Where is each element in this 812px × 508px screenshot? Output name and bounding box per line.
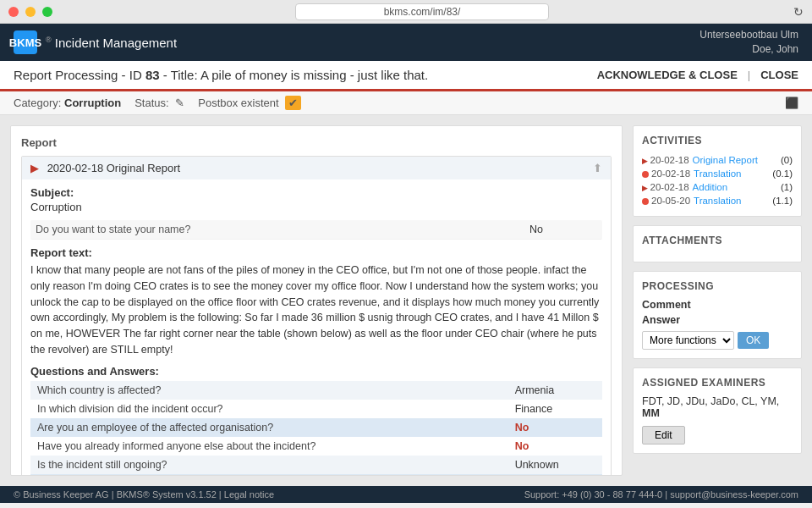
examiners-section: ASSIGNED EXAMINERS FDT, JD, JDu, JaDo, C… — [633, 367, 802, 454]
report-text-label: Report text: — [30, 246, 602, 259]
activity-date: 20-05-20 — [642, 196, 690, 206]
report-label: Report — [21, 136, 612, 149]
refresh-icon[interactable]: ↻ — [793, 5, 804, 19]
processing-title: PROCESSING — [642, 280, 793, 292]
titlebar: bkms.com/im/83/ ↻ — [0, 0, 812, 24]
qa-question: Have damages already occurred? — [30, 474, 508, 477]
status-area: Status: ✎ — [134, 97, 184, 109]
qa-header: Questions and Answers: — [30, 365, 602, 378]
examiners-title: ASSIGNED EXAMINERS — [642, 377, 793, 389]
user-info: Unterseebootbau Ulm Doe, John — [700, 28, 798, 57]
subject-label: Subject: — [30, 186, 602, 199]
activity-row: ▶ 20-02-18Original Report(0) — [642, 153, 793, 167]
activity-version: (0) — [781, 155, 793, 165]
accordion-title-text: 2020-02-18 Original Report — [47, 162, 181, 174]
app-logo: BKMS — [14, 30, 37, 54]
minimize-btn[interactable] — [25, 7, 36, 17]
edit-examiners-button[interactable]: Edit — [642, 426, 685, 444]
category-bar: Category: Corruption Status: ✎ Postbox e… — [0, 91, 812, 115]
accordion-title-bar[interactable]: ▶ 2020-02-18 Original Report ⬆ — [22, 157, 611, 179]
right-panel: ACTIVITIES ▶ 20-02-18Original Report(0)2… — [633, 125, 802, 476]
qa-row: Which country is affected?Armenia — [30, 381, 602, 400]
examiner-bold: MM — [642, 407, 660, 419]
upload-icon: ⬆ — [593, 162, 602, 174]
more-functions-select[interactable]: More functions — [642, 331, 734, 350]
activities-title: ACTIVITIES — [642, 135, 793, 146]
category-value: Corruption — [64, 97, 121, 109]
app-brand: BKMS ® Incident Management — [14, 30, 177, 54]
anon-question-row: Do you want to state your name? No — [30, 220, 602, 240]
status-edit-icon[interactable]: ✎ — [175, 97, 184, 109]
qa-question: Have you already informed anyone else ab… — [30, 437, 508, 456]
activity-dot-icon — [642, 198, 649, 205]
app-title: ® Incident Management — [46, 36, 177, 50]
close-button[interactable]: CLOSE — [760, 69, 798, 81]
report-accordion: ▶ 2020-02-18 Original Report ⬆ Subject: … — [21, 156, 612, 476]
qa-question: Which country is affected? — [30, 381, 508, 400]
legal-link[interactable]: Legal notice — [224, 489, 274, 500]
qa-question: In which division did the incident occur… — [30, 400, 508, 418]
activity-triangle-icon: ▶ — [642, 157, 650, 165]
report-panel: Report ▶ 2020-02-18 Original Report ⬆ Su… — [10, 125, 623, 476]
accordion-content: Subject: Corruption Do you want to state… — [22, 179, 611, 476]
comment-link[interactable]: Comment — [642, 299, 793, 311]
activity-dot-icon — [642, 171, 649, 178]
activity-version: (0.1) — [772, 168, 793, 179]
close-btn[interactable] — [8, 7, 19, 17]
system-link[interactable]: BKMS® System v3.1.52 — [117, 489, 217, 500]
footer: © Business Keeper AG | BKMS® System v3.1… — [0, 486, 812, 503]
qa-row: Have damages already occurred?Unknown — [30, 474, 602, 477]
user-name: Doe, John — [700, 42, 798, 57]
qa-answer: No — [508, 418, 602, 437]
app-header: BKMS ® Incident Management Unterseebootb… — [0, 24, 812, 61]
activity-type-link[interactable]: Translation — [694, 168, 769, 179]
qa-answer: Unknown — [508, 456, 602, 474]
processing-actions: More functions OK — [642, 331, 793, 350]
answer-link[interactable]: Answer — [642, 314, 793, 326]
qa-question: Is the incident still ongoing? — [30, 456, 508, 474]
qa-table: Which country is affected?ArmeniaIn whic… — [30, 381, 602, 477]
activities-list: ▶ 20-02-18Original Report(0)20-02-18Tran… — [642, 153, 793, 207]
attachments-title: Attachments — [642, 235, 793, 246]
footer-left: © Business Keeper AG | BKMS® System v3.1… — [14, 489, 274, 500]
logo-sup: ® — [46, 36, 52, 44]
accordion-arrow: ▶ — [30, 162, 39, 174]
main-layout: Report ▶ 2020-02-18 Original Report ⬆ Su… — [0, 115, 812, 486]
examiners-value: FDT, JD, JDu, JaDo, CL, YM, MM — [642, 395, 793, 419]
activities-section: ACTIVITIES ▶ 20-02-18Original Report(0)2… — [633, 125, 802, 217]
qa-row: Have you already informed anyone else ab… — [30, 437, 602, 456]
activity-version: (1.1) — [772, 196, 793, 206]
action-separator: | — [748, 69, 750, 81]
activity-row: 20-02-18Translation(0.1) — [642, 167, 793, 180]
page-actions: ACKNOWLEDGE & CLOSE | CLOSE — [597, 69, 798, 81]
processing-section: PROCESSING Comment Answer More functions… — [633, 271, 802, 359]
qa-answer: Armenia — [508, 381, 602, 400]
activity-row: 20-05-20Translation(1.1) — [642, 194, 793, 207]
maximize-btn[interactable] — [42, 7, 52, 17]
postbox-area: Postbox existent ✔ — [198, 97, 301, 109]
page-title: Report Processing - ID 83 - Title: A pil… — [14, 68, 428, 82]
activity-type-link[interactable]: Translation — [694, 196, 769, 206]
report-text-content: I know that many people are not fans of … — [30, 262, 602, 358]
subject-value: Corruption — [30, 201, 602, 213]
qa-question: Are you an employee of the affected orga… — [30, 418, 508, 437]
postbox-flag: ✔ — [285, 96, 301, 110]
copyright: © Business Keeper AG — [14, 489, 109, 500]
qa-answer: No — [508, 437, 602, 456]
page-header: Report Processing - ID 83 - Title: A pil… — [0, 61, 812, 91]
activity-row: ▶ 20-02-18Addition(1) — [642, 180, 793, 194]
ok-button[interactable]: OK — [738, 332, 769, 349]
activity-triangle-icon: ▶ — [642, 184, 650, 192]
export-icon[interactable]: ⬛ — [785, 97, 798, 109]
activity-type-link[interactable]: Addition — [693, 182, 777, 192]
footer-support: Support: +49 (0) 30 - 88 77 444-0 | supp… — [524, 489, 798, 500]
anon-question-answer: No — [529, 224, 597, 235]
activity-type-link[interactable]: Original Report — [693, 155, 777, 165]
qa-answer: Finance — [508, 400, 602, 418]
url-bar[interactable]: bkms.com/im/83/ — [295, 3, 549, 20]
anon-question-text: Do you want to state your name? — [36, 224, 529, 235]
user-company: Unterseebootbau Ulm — [700, 28, 798, 42]
acknowledge-close-button[interactable]: ACKNOWLEDGE & CLOSE — [597, 69, 738, 81]
qa-row: Are you an employee of the affected orga… — [30, 418, 602, 437]
activity-version: (1) — [781, 182, 793, 192]
